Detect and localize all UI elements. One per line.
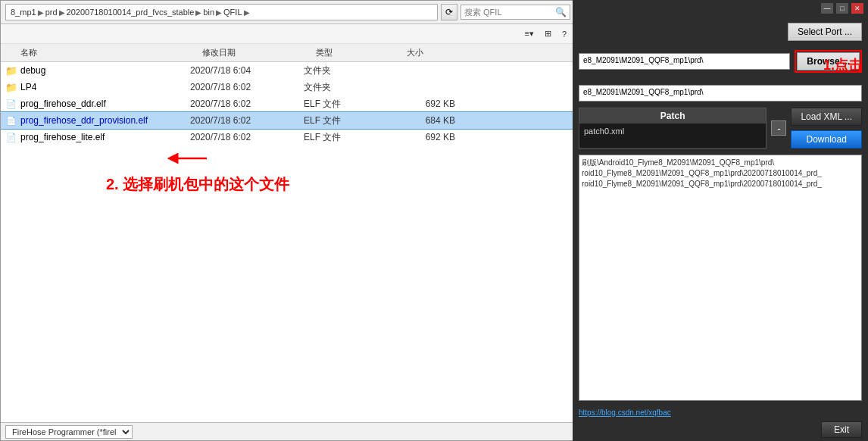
file-size: 692 KB [395, 132, 455, 142]
folder-icon: 📁 [5, 81, 17, 93]
file-row[interactable]: 📁debug2020/7/18 6:04文件夹 [1, 62, 575, 79]
log-line: roid10_Flyme8_M2091\M2091_QQF8_mp1\prd\2… [582, 168, 859, 179]
patch-box: Patch patch0.xml [579, 108, 767, 149]
red-arrow-icon [165, 152, 211, 165]
breadcrumb-part: prd [45, 8, 58, 17]
folder-icon: 📁 [5, 64, 17, 77]
file-name: prog_firehose_ddr_provision.elf [20, 115, 190, 126]
file-row[interactable]: 📁LP42020/7/18 6:02文件夹 [1, 79, 575, 95]
annotation-step2: 2. 选择刷机包中的这个文件 [106, 174, 289, 195]
second-path-row: e8_M2091\M2091_QQF8_mp1\prd\ [579, 85, 862, 102]
firehose-dropdown[interactable]: FireHose Programmer (*firel [5, 425, 133, 439]
file-date: 2020/7/18 6:02 [190, 99, 304, 109]
file-icon: 📄 [5, 98, 17, 110]
patch-controls: - [771, 108, 786, 149]
col-header-size[interactable]: 大小 [407, 47, 467, 58]
col-header-name[interactable]: 名称 [20, 47, 202, 58]
breadcrumb[interactable]: 8_mp1 ▶ prd ▶ 20200718010014_prd_fvcs_st… [5, 4, 438, 20]
breadcrumb-part: 20200718010014_prd_fvcs_stable [67, 8, 195, 17]
download-button[interactable]: Download [791, 130, 862, 149]
annotation-step1: 1.点击 [823, 56, 862, 74]
file-name: prog_firehose_lite.elf [20, 132, 190, 142]
path-textbox-1[interactable]: e8_M2091\M2091_QQF8_mp1\prd\ [579, 53, 790, 70]
view-options-button[interactable]: ≡▾ [520, 27, 537, 41]
file-type: 文件夹 [304, 81, 395, 94]
file-type: 文件夹 [304, 64, 395, 77]
breadcrumb-separator: ▶ [244, 8, 250, 17]
url-bar: https://blog.csdn.net/xqfbac [573, 407, 868, 418]
file-row[interactable]: 📄prog_firehose_lite.elf2020/7/18 6:02ELF… [1, 129, 575, 145]
breadcrumb-separator: ▶ [38, 8, 44, 17]
file-list: 📁debug2020/7/18 6:04文件夹📁LP42020/7/18 6:0… [1, 62, 575, 422]
patch-header: Patch [579, 108, 766, 124]
browse-row: e8_M2091\M2091_QQF8_mp1\prd\ Browse ... [579, 50, 862, 73]
log-line: roid10_Flyme8_M2091\M2091_QQF8_mp1\prd\2… [582, 179, 859, 189]
breadcrumb-part: 8_mp1 [11, 8, 36, 17]
select-port-button[interactable]: Select Port ... [788, 23, 862, 41]
qfil-titlebar: — □ ✕ [573, 0, 868, 17]
qfil-content: Select Port ... e8_M2091\M2091_QQF8_mp1\… [573, 17, 868, 407]
address-bar: 8_mp1 ▶ prd ▶ 20200718010014_prd_fvcs_st… [1, 1, 575, 24]
refresh-button[interactable]: ⟳ [441, 4, 457, 20]
file-name: debug [20, 65, 190, 76]
file-row[interactable]: 📄prog_firehose_ddr.elf2020/7/18 6:02ELF … [1, 95, 575, 112]
column-headers: 名称 修改日期 类型 大小 [1, 44, 575, 62]
file-size: 684 KB [395, 115, 455, 126]
file-date: 2020/7/18 6:02 [190, 132, 304, 142]
toolbar-bar: ≡▾ ⊞ ? [1, 24, 575, 44]
file-type: ELF 文件 [304, 131, 395, 144]
qfil-panel: — □ ✕ Select Port ... e8_M2091\M2091_QQF… [573, 0, 868, 441]
status-bar: FireHose Programmer (*firel [1, 422, 575, 440]
path-textbox-2[interactable]: e8_M2091\M2091_QQF8_mp1\prd\ [579, 85, 862, 102]
col-header-type[interactable]: 类型 [316, 47, 407, 58]
close-button[interactable]: ✕ [851, 3, 863, 14]
patch-section: Patch patch0.xml - Load XML ... Download [579, 108, 862, 149]
file-name: prog_firehose_ddr.elf [20, 99, 190, 109]
breadcrumb-separator: ▶ [59, 8, 65, 17]
file-date: 2020/7/18 6:02 [190, 115, 304, 126]
file-size: 692 KB [395, 99, 455, 109]
minimize-button[interactable]: — [821, 3, 833, 14]
help-button[interactable]: ? [558, 27, 570, 41]
search-input[interactable] [464, 8, 555, 17]
exit-button[interactable]: Exit [821, 421, 862, 438]
breadcrumb-part: QFIL [223, 8, 242, 17]
breadcrumb-separator: ▶ [195, 8, 201, 17]
file-type: ELF 文件 [304, 98, 395, 111]
patch-item: patch0.xml [579, 124, 766, 139]
breadcrumb-separator: ▶ [216, 8, 222, 17]
file-type: ELF 文件 [304, 114, 395, 127]
patch-minus-button[interactable]: - [771, 120, 786, 136]
file-icon: 📄 [5, 131, 17, 143]
col-header-date[interactable]: 修改日期 [202, 47, 316, 58]
view-toggle-button[interactable]: ⊞ [541, 27, 555, 41]
select-port-row: Select Port ... [579, 23, 862, 41]
log-area[interactable]: 刷版\Android10_Flyme8_M2091\M2091_QQF8_mp1… [579, 155, 862, 401]
log-line: 刷版\Android10_Flyme8_M2091\M2091_QQF8_mp1… [582, 158, 859, 168]
file-icon: 📄 [5, 114, 17, 127]
file-date: 2020/7/18 6:04 [190, 65, 304, 76]
xml-download-col: Load XML ... Download [791, 108, 862, 149]
exit-btn-bar: Exit [573, 418, 868, 441]
file-row[interactable]: 📄prog_firehose_ddr_provision.elf2020/7/1… [1, 112, 575, 129]
search-box[interactable]: 🔍 [461, 5, 570, 20]
search-icon: 🔍 [555, 7, 567, 17]
file-name: LP4 [20, 82, 190, 92]
maximize-button[interactable]: □ [836, 3, 848, 14]
file-explorer: 8_mp1 ▶ prd ▶ 20200718010014_prd_fvcs_st… [0, 0, 576, 441]
file-date: 2020/7/18 6:02 [190, 82, 304, 92]
breadcrumb-part: bin [203, 8, 214, 17]
arrow-svg [165, 151, 211, 166]
load-xml-button[interactable]: Load XML ... [791, 108, 862, 126]
